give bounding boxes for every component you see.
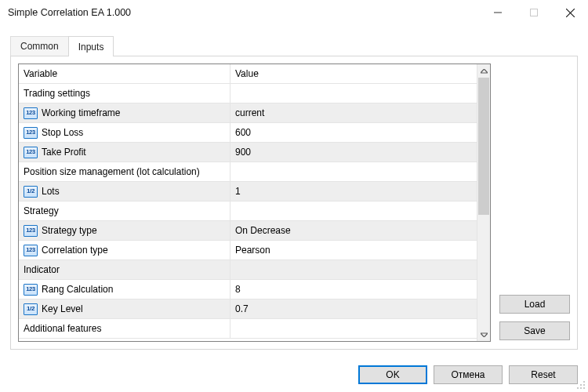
var-label: Indicator (24, 264, 60, 275)
section-row[interactable]: Trading settings (19, 84, 477, 103)
scroll-up-icon[interactable] (477, 64, 491, 78)
svg-rect-7 (577, 387, 579, 389)
window-title: Simple Correlation EA 1.000 (8, 7, 480, 18)
int-icon: 123 (24, 284, 38, 296)
inputs-panel: Variable Value Trading settings 123Worki… (10, 56, 578, 350)
param-row[interactable]: 123Strategy type On Decrease (19, 221, 477, 241)
svg-rect-8 (580, 387, 582, 389)
val-label: current (235, 107, 264, 118)
section-row[interactable]: Strategy (19, 201, 477, 221)
var-cell: 123Strategy type (19, 221, 230, 240)
maximize-button[interactable] (516, 0, 552, 25)
param-row[interactable]: 123Correlation type Pearson (19, 241, 477, 260)
double-icon: 1/2 (24, 186, 38, 198)
svg-rect-5 (580, 384, 582, 386)
var-cell: Trading settings (19, 84, 230, 103)
var-label: Working timeframe (42, 107, 120, 118)
var-cell: 123Rang Calculation (19, 280, 230, 299)
close-button[interactable] (552, 0, 588, 25)
minimize-button[interactable] (480, 0, 516, 25)
vertical-scrollbar[interactable] (477, 64, 490, 341)
svg-rect-1 (531, 9, 538, 16)
section-row[interactable]: Position size management (lot calculatio… (19, 162, 477, 182)
section-row[interactable]: Additional features (19, 319, 477, 339)
var-label: Strategy type (42, 225, 97, 236)
side-buttons: Load Save (499, 64, 570, 342)
resize-grip-icon[interactable] (575, 379, 586, 390)
var-label: Key Level (42, 303, 83, 314)
var-cell: Position size management (lot calculatio… (19, 162, 230, 181)
val-label: 8 (235, 284, 241, 295)
val-cell (230, 201, 477, 220)
val-label: 600 (235, 127, 251, 138)
var-label: Position size management (lot calculatio… (24, 166, 200, 177)
int-icon: 123 (24, 147, 38, 158)
var-label: Take Profit (42, 147, 86, 158)
val-label: Pearson (235, 245, 270, 256)
val-cell: 0.7 (230, 299, 477, 318)
var-label: Strategy (24, 205, 59, 216)
save-button[interactable]: Save (499, 321, 570, 340)
var-label: Correlation type (42, 245, 108, 256)
bottom-buttons: OK Отмена Reset (0, 358, 588, 392)
tab-label: Inputs (78, 42, 104, 53)
svg-rect-6 (583, 384, 585, 386)
tab-common[interactable]: Common (10, 36, 69, 56)
param-row[interactable]: 123Rang Calculation 8 (19, 280, 477, 299)
section-row[interactable]: Indicator (19, 260, 477, 280)
var-cell: 123Take Profit (19, 143, 230, 162)
titlebar: Simple Correlation EA 1.000 (0, 0, 588, 25)
int-icon: 123 (24, 245, 38, 256)
var-cell: Indicator (19, 260, 230, 279)
val-cell: current (230, 103, 477, 122)
svg-rect-9 (583, 387, 585, 389)
val-cell (230, 260, 477, 279)
load-button[interactable]: Load (499, 295, 570, 314)
param-row[interactable]: 123Take Profit 900 (19, 143, 477, 162)
reset-button[interactable]: Reset (509, 365, 578, 384)
var-label: Lots (42, 186, 60, 197)
var-cell: 123Working timeframe (19, 103, 230, 122)
var-cell: Additional features (19, 319, 230, 338)
var-cell: 1/2Key Level (19, 299, 230, 318)
val-cell: 900 (230, 143, 477, 162)
button-label: Reset (531, 369, 555, 380)
var-label: Trading settings (24, 88, 90, 99)
button-label: Отмена (451, 369, 485, 380)
param-row[interactable]: 1/2Key Level 0.7 (19, 299, 477, 319)
val-label: On Decrease (235, 225, 291, 236)
var-cell: 1/2Lots (19, 182, 230, 201)
header-variable[interactable]: Variable (19, 64, 230, 83)
val-label: 900 (235, 147, 251, 158)
int-icon: 123 (24, 225, 38, 237)
var-label: Stop Loss (42, 127, 83, 138)
tab-label: Common (20, 41, 59, 52)
tab-strip: Common Inputs (10, 35, 578, 56)
tab-inputs[interactable]: Inputs (68, 36, 114, 56)
val-cell (230, 319, 477, 338)
double-icon: 1/2 (24, 303, 38, 315)
button-label: Load (524, 299, 546, 310)
val-cell: Pearson (230, 241, 477, 260)
var-cell: 123Stop Loss (19, 123, 230, 142)
var-cell: 123Correlation type (19, 241, 230, 260)
ok-button[interactable]: OK (358, 365, 427, 384)
val-cell: 1 (230, 182, 477, 201)
grid-header: Variable Value (19, 64, 477, 84)
param-row[interactable]: 1/2Lots 1 (19, 182, 477, 201)
svg-rect-4 (583, 381, 585, 383)
cancel-button[interactable]: Отмена (434, 365, 503, 384)
val-cell: On Decrease (230, 221, 477, 240)
header-value[interactable]: Value (230, 64, 477, 83)
var-label: Additional features (24, 323, 101, 334)
var-label: Rang Calculation (42, 284, 113, 295)
param-row[interactable]: 123Working timeframe current (19, 103, 477, 123)
inputs-grid: Variable Value Trading settings 123Worki… (18, 64, 491, 342)
var-cell: Strategy (19, 201, 230, 220)
val-cell (230, 84, 477, 103)
scroll-down-icon[interactable] (477, 328, 491, 341)
scroll-thumb[interactable] (478, 78, 489, 215)
val-label: 0.7 (235, 303, 249, 314)
button-label: OK (386, 369, 399, 380)
param-row[interactable]: 123Stop Loss 600 (19, 123, 477, 143)
